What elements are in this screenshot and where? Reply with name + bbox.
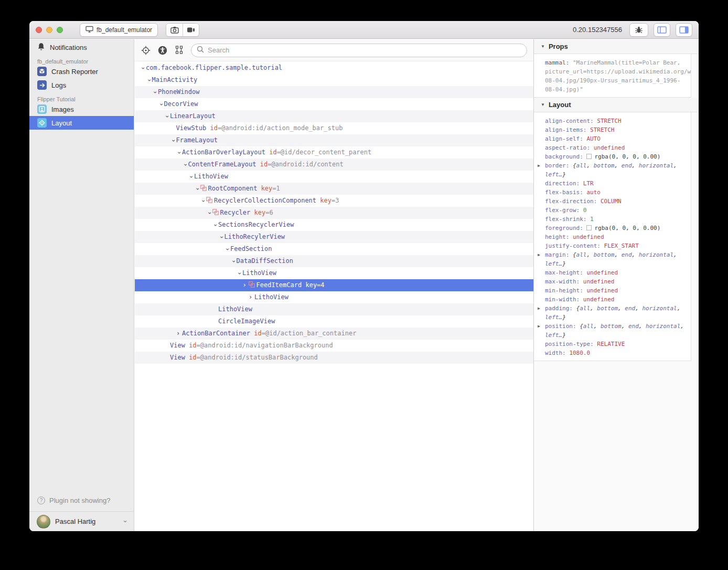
layout-prop-row[interactable]: flex-direction: COLUMN [534,197,691,206]
sidebar-item-layout[interactable]: Layout [29,116,134,130]
layout-prop-row[interactable]: height: undefined [534,233,691,241]
plugin-help-label: Plugin not showing? [49,497,110,504]
layout-prop-row[interactable]: min-height: undefined [534,286,691,295]
tree-row[interactable]: ›RecyclerCollectionComponent key=3 [135,195,533,207]
tree-row[interactable]: ›ActionBarOverlayLayout id=@id/decor_con… [135,146,533,159]
collapse-icon[interactable]: › [197,199,209,205]
collapse-icon[interactable]: › [185,175,197,181]
layout-prop-row[interactable]: width: 1080.0 [534,349,691,357]
tree-row[interactable]: ›MainActivity [135,74,533,86]
collapse-icon[interactable]: › [233,271,245,277]
collapse-icon[interactable]: › [173,151,185,156]
collapse-icon[interactable]: › [228,259,240,265]
tree-row[interactable]: ViewStub id=@android:id/action_mode_bar_… [135,122,533,134]
layout-prop-row[interactable]: ▶position: {all, bottom, end, horizontal… [534,322,691,340]
layout-prop-row[interactable]: position-type: RELATIVE [534,340,691,349]
expand-icon[interactable]: ▶ [538,304,540,313]
prop-row[interactable]: mammal: "MarineMammal(title=Polar Bear, [534,58,691,67]
layout-prop-row[interactable]: foreground: rgba(0, 0, 0, 0.00) [534,224,691,233]
tree-row[interactable]: CircleImageView [135,315,533,328]
props-section-header[interactable]: ▼ Props [534,39,699,54]
layout-prop-row[interactable]: ▶margin: {all, bottom, end, horizontal, … [534,250,691,268]
layout-prop-row[interactable]: max-height: undefined [534,268,691,277]
collapse-icon[interactable]: › [209,223,221,229]
tree-row[interactable]: ›FeedItemCard key=4 [135,279,533,291]
layout-prop-row[interactable]: align-content: STRETCH [534,117,691,125]
layout-prop-key: background: [545,153,583,160]
expand-icon[interactable]: ▶ [538,250,540,259]
color-swatch[interactable] [586,154,592,159]
layout-prop-row[interactable]: justify-content: FLEX_START [534,241,691,250]
minimize-button[interactable] [46,27,52,33]
tree-row[interactable]: ›ContentFrameLayout id=@android:id/conte… [135,159,533,171]
layout-prop-row[interactable]: ▶padding: {all, bottom, end, horizontal,… [534,304,691,322]
collapse-icon[interactable]: › [191,187,204,193]
tree-row[interactable]: ›FrameLayout [135,134,533,146]
expand-icon[interactable]: › [243,279,249,291]
layout-section-header[interactable]: ▼ Layout [534,98,699,112]
tree-row[interactable]: ›LithoView [135,291,533,303]
layout-prop-row[interactable]: min-width: undefined [534,295,691,304]
expand-icon[interactable]: ▶ [538,161,540,170]
collapse-icon[interactable]: › [221,247,233,253]
layout-prop-row[interactable]: ▶border: {all, bottom, end, horizontal, … [534,161,691,179]
collapse-icon[interactable]: › [161,114,173,120]
collapse-icon[interactable]: › [179,163,191,168]
bug-report-button[interactable] [629,23,648,37]
sidebar-item-notifications[interactable]: Notifications [29,40,134,54]
toggle-left-sidebar-button[interactable] [654,23,670,37]
zoom-button[interactable] [57,27,63,33]
collapse-icon[interactable]: › [143,78,155,84]
tree-row[interactable]: ›com.facebook.flipper.sample.tutorial [135,62,533,74]
collapse-icon[interactable]: › [155,102,167,108]
collapse-icon[interactable]: › [167,139,179,144]
layout-prop-row[interactable]: flex-basis: auto [534,188,691,197]
layout-prop-row[interactable]: flex-grow: 0 [534,206,691,215]
expand-icon[interactable]: › [176,328,182,340]
tree-row[interactable]: ›Recycler key=6 [135,207,533,219]
tree-row[interactable]: ›SectionsRecyclerView [135,219,533,231]
layout-prop-row[interactable]: flex-shrink: 1 [534,215,691,224]
tree-row[interactable]: ›FeedSection [135,243,533,255]
tree-row[interactable]: ›LithoView [135,267,533,279]
collapse-icon[interactable]: › [204,211,216,217]
tree-row[interactable]: ›LinearLayout [135,110,533,122]
layout-prop-row[interactable]: max-width: undefined [534,277,691,286]
tree-row[interactable]: LithoView [135,303,533,315]
expand-icon[interactable]: › [249,291,254,303]
tree-row[interactable]: View id=@android:id/navigationBarBackgro… [135,340,533,352]
tree-row[interactable]: ›PhoneWindow [135,86,533,98]
collapse-icon[interactable]: › [216,235,228,241]
layout-prop-row[interactable]: aspect-ratio: undefined [534,143,691,152]
search-input[interactable] [208,46,521,54]
tree-row[interactable]: ›ActionBarContainer id=@id/action_bar_co… [135,328,533,340]
layout-prop-row[interactable]: background: rgba(0, 0, 0, 0.00) [534,152,691,161]
sidebar-item-logs[interactable]: Logs [29,78,134,92]
device-selector[interactable]: fb_default_emulator [80,23,158,37]
toggle-right-sidebar-button[interactable] [676,23,692,37]
layout-prop-key: margin: [545,251,569,258]
collapse-icon[interactable]: › [137,66,149,72]
accessibility-mode-button[interactable] [158,46,167,55]
tree-row[interactable]: ›RootComponent key=1 [135,183,533,195]
close-button[interactable] [36,27,42,33]
layout-prop-row[interactable]: align-items: STRETCH [534,125,691,134]
screen-record-button[interactable] [183,24,199,36]
tree-row[interactable]: ›LithoView [135,171,533,183]
expand-all-button[interactable] [175,46,184,55]
collapse-icon[interactable]: › [149,90,161,96]
tree-row[interactable]: View id=@android:id/statusBarBackground [135,352,533,364]
target-mode-button[interactable] [141,46,151,55]
tree-row[interactable]: ›DataDiffSection [135,255,533,267]
sidebar-item-crash-reporter[interactable]: Crash Reporter [29,65,134,78]
tree-row[interactable]: ›LithoRecylerView [135,231,533,243]
color-swatch[interactable] [586,225,592,230]
layout-prop-row[interactable]: align-self: AUTO [534,134,691,143]
layout-prop-row[interactable]: direction: LTR [534,179,691,188]
tree-row[interactable]: ›DecorView [135,98,533,110]
sidebar-item-images[interactable]: Images [29,102,134,116]
plugin-help-link[interactable]: ? Plugin not showing? [29,492,134,508]
expand-icon[interactable]: ▶ [538,322,540,331]
screenshot-button[interactable] [166,24,183,36]
user-menu[interactable]: Pascal Hartig › [29,511,134,531]
